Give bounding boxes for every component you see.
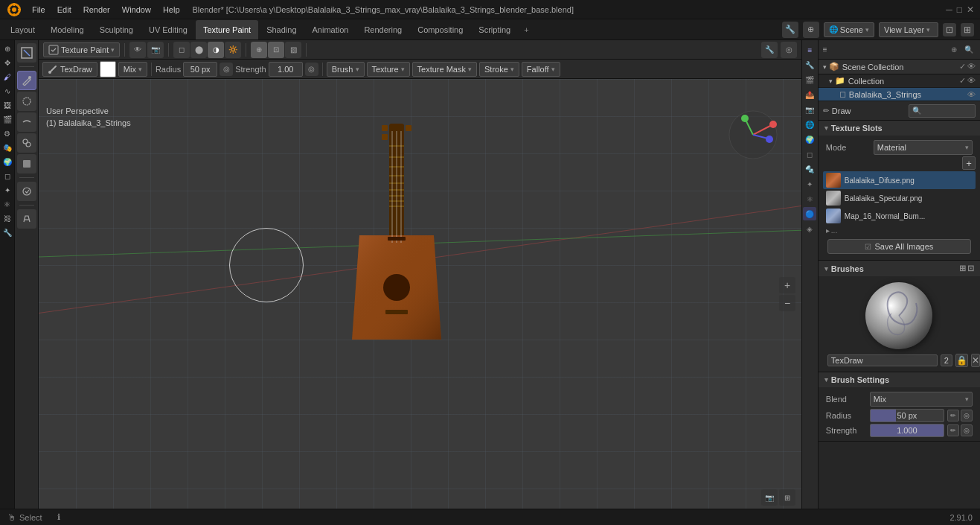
brush-color-swatch[interactable] bbox=[100, 61, 116, 77]
new-window-icon[interactable]: ⊞ bbox=[961, 23, 974, 36]
world-props-icon[interactable]: 🌍 bbox=[803, 133, 816, 146]
menu-edit[interactable]: Edit bbox=[52, 4, 77, 16]
modifier-icon[interactable]: 🔧 bbox=[1, 226, 14, 239]
brush-delete-btn[interactable]: ✕ bbox=[971, 354, 980, 367]
active-tool-panel-icon[interactable]: 🖌 bbox=[1, 70, 14, 83]
brushes-header[interactable]: ▾ Brushes ⊞ ⊡ bbox=[819, 261, 980, 276]
viewport-mode-selector[interactable]: Texture Paint ▾ bbox=[43, 42, 120, 57]
strength-slider[interactable]: 1.000 bbox=[870, 424, 944, 437]
collection-item[interactable]: ▾ 📁 Collection ✓ 👁 bbox=[819, 74, 980, 88]
scene-properties-icon[interactable]: ⊕ bbox=[803, 22, 819, 38]
add-texture-slot-button[interactable]: + bbox=[962, 156, 976, 170]
soften-tool-button[interactable] bbox=[17, 92, 36, 111]
menu-render[interactable]: Render bbox=[78, 4, 115, 16]
viewport-canvas[interactable]: User Perspective (1) Balalaika_3_Strings bbox=[39, 79, 801, 509]
view-props-icon[interactable]: 📷 bbox=[803, 103, 816, 116]
brushes-expand-icon[interactable]: ⊞ bbox=[959, 264, 966, 273]
tab-compositing[interactable]: Compositing bbox=[410, 20, 470, 39]
stroke-settings-dropdown[interactable]: Stroke ▾ bbox=[479, 62, 519, 77]
material-shading-btn[interactable]: ◑ bbox=[208, 42, 224, 58]
close-button[interactable]: ✕ bbox=[967, 4, 974, 15]
brush-selector[interactable]: TexDraw bbox=[42, 62, 97, 77]
menu-file[interactable]: File bbox=[27, 4, 51, 16]
draw-tool-button[interactable] bbox=[17, 71, 36, 90]
frame-all-btn[interactable]: ⊞ bbox=[779, 489, 795, 506]
mask-tool-button[interactable] bbox=[17, 182, 36, 201]
navigation-gizmo[interactable]: X Y Z bbox=[727, 109, 779, 161]
properties-icon[interactable]: 🔧 bbox=[803, 58, 816, 71]
minimize-button[interactable]: ─ bbox=[946, 4, 952, 15]
output-props-icon[interactable]: 📤 bbox=[803, 88, 816, 101]
smear-tool-button[interactable] bbox=[17, 112, 36, 132]
camera-view-btn[interactable]: 📷 bbox=[761, 489, 778, 506]
physics-props-icon[interactable]: ⚛ bbox=[803, 192, 816, 206]
fill-tool-button[interactable] bbox=[17, 154, 36, 174]
blender-logo[interactable] bbox=[6, 1, 22, 18]
brush-name-input[interactable] bbox=[827, 354, 938, 366]
tab-rendering[interactable]: Rendering bbox=[356, 20, 409, 39]
tab-uv-editing[interactable]: UV Editing bbox=[141, 20, 195, 39]
radius-pressure-icon[interactable]: ◎ bbox=[961, 410, 973, 421]
render-props-icon[interactable]: 🎬 bbox=[803, 73, 816, 86]
viewport-zoom-controls[interactable]: + − bbox=[779, 277, 795, 311]
scene-collection-eye[interactable]: 👁 bbox=[967, 62, 976, 71]
zoom-in-btn[interactable]: + bbox=[779, 277, 795, 293]
xray-btn[interactable]: ▧ bbox=[285, 42, 301, 58]
proportional-btn[interactable]: ◎ bbox=[781, 42, 797, 58]
texture-mode-selector[interactable]: Material ▾ bbox=[874, 140, 973, 155]
rendered-shading-btn[interactable]: 🔆 bbox=[225, 42, 241, 58]
texture-slot-difuse[interactable]: Balalaika_Difuse.png bbox=[823, 171, 976, 189]
brush-settings-dropdown[interactable]: Brush ▾ bbox=[327, 62, 365, 77]
move-icon[interactable]: ✥ bbox=[1, 56, 14, 69]
scene-collection-check[interactable]: ✓ bbox=[959, 62, 966, 71]
balalaika-object-item[interactable]: ◻ Balalaika_3_Strings 👁 bbox=[819, 88, 980, 101]
modifier-props-icon[interactable]: 🔩 bbox=[803, 162, 816, 176]
strength-pressure-icon[interactable]: ◎ bbox=[961, 424, 973, 436]
collection-eye-icon[interactable]: 👁 bbox=[967, 76, 976, 86]
texture-slots-header[interactable]: ▾ Texture Slots bbox=[819, 121, 980, 136]
tab-animation[interactable]: Animation bbox=[305, 20, 356, 39]
image-icon[interactable]: 🖼 bbox=[1, 98, 14, 112]
radius-input[interactable]: 50 px bbox=[183, 62, 217, 77]
blend-value-selector[interactable]: Mix ▾ bbox=[870, 392, 973, 407]
texture-slot-expand-row[interactable]: ▸ ... bbox=[823, 225, 976, 236]
zoom-out-btn[interactable]: − bbox=[779, 295, 795, 311]
world-icon[interactable]: 🌍 bbox=[1, 155, 14, 168]
blend-mode-selector[interactable]: Mix ▾ bbox=[118, 62, 147, 77]
radius-slider[interactable]: 50 px bbox=[870, 409, 944, 422]
particles-icon[interactable]: ✦ bbox=[1, 183, 14, 197]
scene-props-icon[interactable]: 🌐 bbox=[803, 118, 816, 131]
render-icon[interactable]: 🎬 bbox=[1, 112, 14, 126]
props-icon[interactable]: ⚙ bbox=[1, 127, 14, 140]
tab-layout[interactable]: Layout bbox=[3, 20, 42, 39]
menu-window[interactable]: Window bbox=[117, 4, 156, 16]
add-workspace-button[interactable]: + bbox=[519, 23, 534, 36]
particles-props-icon[interactable]: ✦ bbox=[803, 177, 816, 191]
constraints-icon[interactable]: ⛓ bbox=[1, 211, 14, 225]
clone-tool-button[interactable] bbox=[17, 133, 36, 153]
brushes-preview-icon[interactable]: ⊡ bbox=[967, 264, 974, 273]
active-tool-icon[interactable]: 🔧 bbox=[782, 22, 798, 38]
texture-mask-dropdown[interactable]: Texture Mask ▾ bbox=[412, 62, 477, 77]
radius-pen-icon[interactable]: ✏ bbox=[947, 410, 959, 421]
viewport-camera-btn[interactable]: 📷 bbox=[147, 42, 164, 58]
texture-settings-dropdown[interactable]: Texture ▾ bbox=[367, 62, 410, 77]
curve-icon[interactable]: ∿ bbox=[1, 84, 14, 98]
gizmos-btn[interactable]: ⊕ bbox=[251, 42, 267, 58]
tab-scripting[interactable]: Scripting bbox=[471, 20, 518, 39]
mode-indicator[interactable] bbox=[17, 43, 36, 63]
collection-check-icon[interactable]: ✓ bbox=[959, 76, 966, 86]
outliner-icon[interactable]: ≡ bbox=[803, 43, 816, 57]
menu-help[interactable]: Help bbox=[158, 4, 185, 16]
filter-btn[interactable]: ⊕ bbox=[947, 43, 961, 57]
props-search-box[interactable]: 🔍 bbox=[909, 104, 976, 118]
scene-selector[interactable]: 🌐 Scene ▾ bbox=[824, 22, 874, 37]
data-props-icon[interactable]: ◈ bbox=[803, 222, 816, 235]
tab-shading[interactable]: Shading bbox=[259, 20, 304, 39]
texture-slot-normal[interactable]: Map_16_Normal_Bum... bbox=[823, 207, 976, 225]
object-eye-icon[interactable]: 👁 bbox=[967, 90, 976, 99]
tab-modeling[interactable]: Modeling bbox=[43, 20, 92, 39]
texture-slot-specular[interactable]: Balalaika_Specular.png bbox=[823, 189, 976, 207]
strength-input[interactable]: 1.00 bbox=[269, 62, 303, 77]
strength-pressure-btn[interactable]: ◎ bbox=[305, 63, 318, 76]
